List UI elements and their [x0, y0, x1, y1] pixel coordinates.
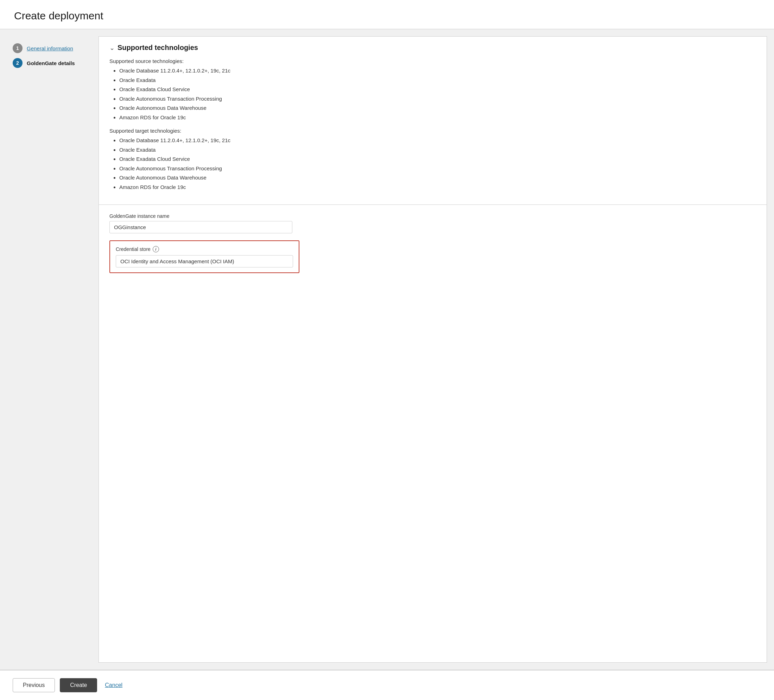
list-item: Oracle Exadata [119, 76, 756, 84]
list-item: Oracle Autonomous Transaction Processing [119, 95, 756, 103]
list-item: Oracle Database 11.2.0.4+, 12.1.0.2+, 19… [119, 137, 756, 145]
cancel-button[interactable]: Cancel [102, 678, 125, 692]
target-tech-group: Supported target technologies: Oracle Da… [109, 128, 756, 191]
list-item: Oracle Database 11.2.0.4+, 12.1.0.2+, 19… [119, 67, 756, 75]
sidebar-step-2[interactable]: 2 GoldenGate details [13, 58, 93, 68]
chevron-down-icon[interactable]: ⌄ [109, 44, 115, 52]
list-item: Oracle Autonomous Data Warehouse [119, 104, 756, 112]
create-button[interactable]: Create [60, 678, 97, 692]
instance-name-input[interactable] [109, 221, 292, 233]
sidebar-step-1[interactable]: 1 General information [13, 43, 93, 53]
source-tech-group: Supported source technologies: Oracle Da… [109, 58, 756, 121]
main-content: 1 General information 2 GoldenGate detai… [0, 29, 774, 670]
page-header: Create deployment [0, 0, 774, 29]
target-tech-list: Oracle Database 11.2.0.4+, 12.1.0.2+, 19… [109, 137, 756, 191]
credential-store-label: Credential store i [116, 246, 293, 252]
credential-store-wrapper: Credential store i OCI Identity and Acce… [109, 240, 299, 273]
info-icon[interactable]: i [153, 246, 159, 252]
list-item: Oracle Autonomous Data Warehouse [119, 174, 756, 182]
list-item: Oracle Exadata [119, 146, 756, 154]
step-circle-2: 2 [13, 58, 23, 68]
credential-store-value: OCI Identity and Access Management (OCI … [116, 255, 293, 268]
page-title: Create deployment [14, 10, 760, 22]
list-item: Amazon RDS for Oracle 19c [119, 184, 756, 192]
list-item: Amazon RDS for Oracle 19c [119, 114, 756, 122]
instance-name-group: GoldenGate instance name [109, 213, 756, 233]
section-title: Supported technologies [117, 44, 198, 52]
target-tech-label: Supported target technologies: [109, 128, 756, 134]
list-item: Oracle Autonomous Transaction Processing [119, 165, 756, 173]
form-section: GoldenGate instance name Credential stor… [99, 205, 767, 662]
section-header: ⌄ Supported technologies [109, 44, 756, 52]
right-panel: ⌄ Supported technologies Supported sourc… [99, 36, 767, 663]
step-circle-1: 1 [13, 43, 23, 53]
page-footer: Previous Create Cancel [0, 670, 774, 700]
sidebar-step-label-2: GoldenGate details [27, 60, 75, 66]
sidebar-step-label-1: General information [27, 45, 73, 51]
instance-name-label: GoldenGate instance name [109, 213, 756, 219]
list-item: Oracle Exadata Cloud Service [119, 155, 756, 163]
previous-button[interactable]: Previous [13, 678, 55, 692]
page-wrapper: Create deployment 1 General information … [0, 0, 774, 700]
list-item: Oracle Exadata Cloud Service [119, 86, 756, 94]
sidebar: 1 General information 2 GoldenGate detai… [7, 36, 99, 663]
credential-store-group: Credential store i OCI Identity and Acce… [109, 240, 756, 273]
source-tech-list: Oracle Database 11.2.0.4+, 12.1.0.2+, 19… [109, 67, 756, 121]
source-tech-label: Supported source technologies: [109, 58, 756, 64]
supported-technologies-section: ⌄ Supported technologies Supported sourc… [99, 36, 767, 205]
